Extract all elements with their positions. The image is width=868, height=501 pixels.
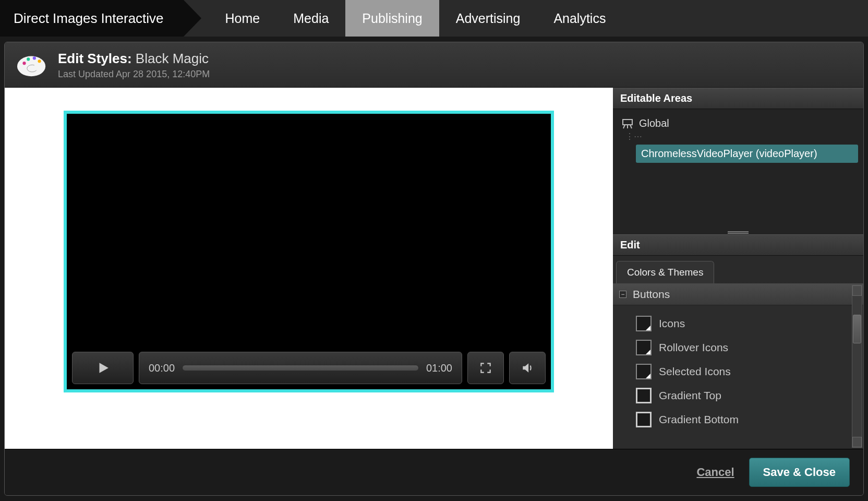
save-close-button[interactable]: Save & Close bbox=[749, 458, 850, 487]
modal-title-block: Edit Styles: Black Magic Last Updated Ap… bbox=[58, 51, 210, 80]
edit-panel-header: Edit bbox=[613, 234, 863, 256]
edit-tab-strip: Colors & Themes bbox=[613, 256, 863, 284]
easel-icon bbox=[621, 118, 634, 129]
tree-item-global[interactable]: Global bbox=[618, 115, 858, 132]
video-player-preview: 00:00 01:00 bbox=[64, 111, 554, 392]
color-swatch[interactable] bbox=[636, 412, 652, 427]
video-canvas bbox=[72, 119, 546, 348]
color-swatch[interactable] bbox=[636, 388, 652, 403]
save-label: Save & Close bbox=[763, 466, 836, 479]
tree-item-videoplayer[interactable]: ChromelessVideoPlayer (videoPlayer) bbox=[636, 145, 858, 163]
fullscreen-icon bbox=[479, 361, 492, 375]
prop-label: Rollover Icons bbox=[659, 341, 728, 354]
preview-area: 00:00 01:00 bbox=[5, 88, 613, 449]
time-current: 00:00 bbox=[149, 362, 175, 374]
scroll-thumb[interactable] bbox=[853, 315, 861, 343]
prop-label: Icons bbox=[659, 317, 685, 330]
editable-areas-heading: Editable Areas bbox=[620, 92, 692, 104]
nav-tab-advertising[interactable]: Advertising bbox=[439, 0, 537, 37]
properties-area: − Buttons Icons Rollover Icons Selected … bbox=[613, 284, 863, 449]
color-swatch[interactable] bbox=[636, 340, 652, 355]
brand-text: Direct Images Interactive bbox=[14, 10, 164, 27]
fullscreen-button[interactable] bbox=[467, 352, 504, 384]
prop-label: Gradient Top bbox=[659, 389, 721, 402]
property-list: Icons Rollover Icons Selected Icons Grad… bbox=[613, 305, 863, 432]
scroll-down-arrow[interactable] bbox=[852, 437, 862, 447]
svg-point-4 bbox=[38, 59, 41, 63]
top-nav: Direct Images Interactive Home Media Pub… bbox=[0, 0, 868, 37]
tree-connector: ⋮⋯ bbox=[625, 132, 642, 141]
volume-button[interactable] bbox=[509, 352, 546, 384]
properties-scrollbar[interactable] bbox=[852, 285, 862, 448]
tree-item-label: ChromelessVideoPlayer (videoPlayer) bbox=[641, 148, 817, 160]
nav-tab-label: Analytics bbox=[553, 11, 606, 26]
play-button[interactable] bbox=[72, 352, 134, 384]
prop-label: Gradient Bottom bbox=[659, 413, 739, 426]
svg-point-3 bbox=[33, 56, 36, 59]
svg-rect-5 bbox=[623, 120, 632, 125]
modal-title: Edit Styles: Black Magic bbox=[58, 51, 210, 67]
nav-tab-publishing[interactable]: Publishing bbox=[345, 0, 439, 37]
group-buttons-header[interactable]: − Buttons bbox=[613, 284, 863, 305]
brand-label: Direct Images Interactive bbox=[0, 0, 184, 37]
tab-label: Colors & Themes bbox=[627, 267, 703, 278]
group-label: Buttons bbox=[633, 288, 670, 301]
nav-tab-media[interactable]: Media bbox=[276, 0, 345, 37]
nav-tab-label: Publishing bbox=[362, 11, 422, 26]
color-swatch[interactable] bbox=[636, 364, 652, 379]
tab-colors-themes[interactable]: Colors & Themes bbox=[616, 261, 714, 283]
svg-point-2 bbox=[27, 57, 30, 61]
prop-gradient-bottom[interactable]: Gradient Bottom bbox=[636, 408, 863, 432]
right-pane: Editable Areas Global ⋮⋯ ChromelessVideo… bbox=[613, 88, 863, 449]
player-controls: 00:00 01:00 bbox=[72, 352, 546, 384]
title-prefix: Edit Styles: bbox=[58, 51, 132, 66]
nav-tab-label: Media bbox=[293, 11, 329, 26]
prop-selected-icons[interactable]: Selected Icons bbox=[636, 360, 863, 384]
palette-icon bbox=[16, 53, 49, 78]
nav-tabs: Home Media Publishing Advertising Analyt… bbox=[209, 0, 623, 37]
prop-icons[interactable]: Icons bbox=[636, 312, 863, 336]
color-swatch[interactable] bbox=[636, 316, 652, 331]
prop-gradient-top[interactable]: Gradient Top bbox=[636, 384, 863, 408]
svg-point-1 bbox=[22, 62, 26, 65]
modal-header: Edit Styles: Black Magic Last Updated Ap… bbox=[5, 42, 863, 88]
time-total: 01:00 bbox=[426, 362, 452, 374]
edit-styles-modal: Edit Styles: Black Magic Last Updated Ap… bbox=[4, 42, 864, 496]
nav-tab-label: Home bbox=[225, 11, 260, 26]
timeline[interactable]: 00:00 01:00 bbox=[139, 352, 462, 384]
panel-resize-grip[interactable] bbox=[613, 229, 863, 234]
play-icon bbox=[96, 361, 110, 375]
tree-item-label: Global bbox=[639, 117, 669, 129]
nav-tab-label: Advertising bbox=[456, 11, 521, 26]
style-name: Black Magic bbox=[136, 51, 209, 66]
nav-tab-home[interactable]: Home bbox=[209, 0, 277, 37]
progress-track[interactable] bbox=[182, 365, 419, 371]
last-updated: Last Updated Apr 28 2015, 12:40PM bbox=[58, 69, 210, 80]
volume-icon bbox=[521, 361, 534, 375]
scroll-up-arrow[interactable] bbox=[852, 285, 862, 296]
edit-heading: Edit bbox=[620, 239, 640, 250]
prop-rollover-icons[interactable]: Rollover Icons bbox=[636, 336, 863, 360]
prop-label: Selected Icons bbox=[659, 365, 731, 378]
cancel-button[interactable]: Cancel bbox=[696, 466, 734, 479]
editable-areas-header: Editable Areas bbox=[613, 88, 863, 109]
editable-areas-tree: Global ⋮⋯ ChromelessVideoPlayer (videoPl… bbox=[613, 109, 863, 229]
nav-tab-analytics[interactable]: Analytics bbox=[537, 0, 622, 37]
modal-footer: Cancel Save & Close bbox=[5, 449, 863, 495]
modal-body: 00:00 01:00 bbox=[5, 88, 863, 449]
collapse-icon[interactable]: − bbox=[619, 291, 626, 298]
